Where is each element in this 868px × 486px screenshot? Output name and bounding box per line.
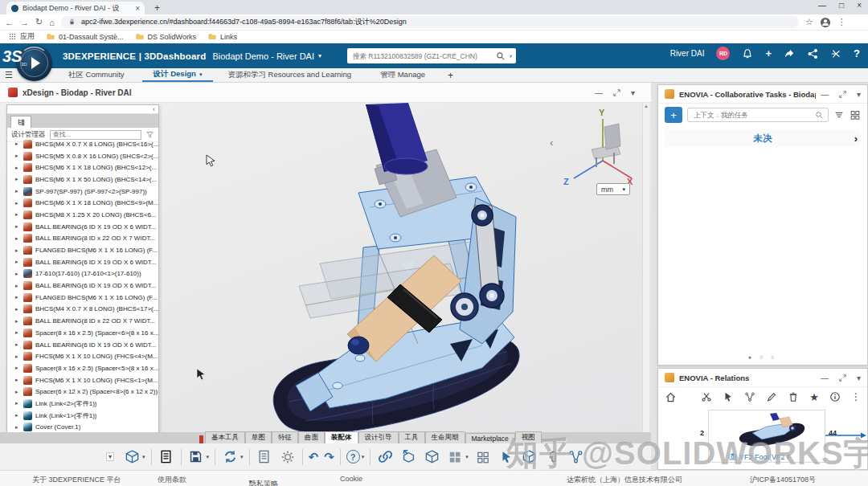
expand-arrow-icon[interactable]: ▸ [15,377,20,383]
widget-menu-caret-icon[interactable]: ▾ [857,90,861,99]
home-icon[interactable]: ⌂ [49,18,55,27]
window-close-button[interactable]: × [857,1,862,10]
expand-arrow-icon[interactable]: ▸ [15,412,20,419]
ribbon-tab[interactable]: 草图 [245,431,272,443]
help-caret-icon[interactable]: ▾ [362,454,365,460]
cookie-link[interactable]: Cookie [340,475,362,483]
open-icon[interactable] [158,448,175,466]
save-icon[interactable] [187,448,205,466]
tree-row[interactable]: ▸ BHCS(M6 X 1 X 50 LONG) (BHCS<14>(... [7,174,158,186]
tree-row[interactable]: ▸ BALL BEARING(6 ID X 19 OD X 6 WIDT... [7,256,158,268]
widget-minimize-icon[interactable]: — [595,88,603,97]
tree-row[interactable]: ▸ FLANGED BHCS(M6 X 1 X 16 LONG) (F... [7,244,158,256]
pattern-icon[interactable] [446,448,464,466]
tree-row[interactable]: ▸ BALL BEARING(6 ID X 19 OD X 6 WIDT... [7,339,158,351]
sidebar-menu-icon[interactable]: ☰ [5,70,13,80]
mate-link-icon[interactable] [376,448,394,466]
expand-arrow-icon[interactable]: ▸ [15,176,20,182]
tree-tab[interactable] [10,116,31,128]
widget-maximize-icon[interactable] [838,374,847,382]
share-arrow-icon[interactable] [784,48,795,59]
select-pointer-icon[interactable] [723,391,734,402]
settings-gear-icon[interactable] [279,448,297,466]
dashboard-title[interactable]: Biodapt Demo - River DAI [212,51,314,61]
forward-icon[interactable]: → [20,18,29,27]
platform-search[interactable]: ▾ [347,48,516,63]
new-component-icon[interactable] [423,448,440,466]
manage-views-icon[interactable] [256,448,273,466]
reload-icon[interactable]: ↻ [35,17,43,27]
window-restore-button[interactable]: □ [839,1,844,10]
expand-arrow-icon[interactable]: ▸ [15,235,20,242]
tree-row[interactable]: ▸ BALL BEARING(6 ID X 19 OD X 6 WIDT... [7,221,158,233]
address-bar[interactable]: apc2-ifwe.3dexperience.cn/#dashboard:f44… [61,16,799,28]
page-dots[interactable]: ● ○ ○ [658,354,867,360]
help-toolbar-icon[interactable]: ? [346,450,360,464]
notifications-bell-icon[interactable] [742,48,753,59]
disconnect-nodes-icon[interactable] [744,391,755,402]
expand-arrow-icon[interactable]: ▸ [15,165,20,171]
insert-component-icon[interactable] [399,448,417,466]
tag-icon[interactable] [502,48,514,59]
widget-minimize-icon[interactable]: — [821,374,829,382]
tree-row[interactable]: ▸ Spacer(6 x 12 x 2) (Spacer<8>(6 x 12 x… [7,386,158,398]
add-task-button[interactable]: + [665,107,682,123]
info-icon[interactable] [829,391,841,402]
share-network-icon[interactable] [807,48,818,59]
next-column-icon[interactable]: › [854,133,858,145]
task-context-search[interactable] [687,108,829,122]
user-avatar[interactable]: RD [716,47,730,60]
browser-tab[interactable]: Biodapt Demo - River DAI - 设 × [6,2,145,14]
3ds-play-icon[interactable] [830,48,841,59]
toolbar-collapse-icon[interactable]: ▾ [106,452,114,461]
new-tab-button[interactable]: + [154,2,160,14]
dashboard-tab[interactable]: 资源和学习 Resources and Learning [216,68,366,82]
delete-trash-icon[interactable] [788,391,799,402]
ribbon-tab[interactable]: 特征 [272,431,298,443]
widget-minimize-icon[interactable]: — [821,90,829,99]
expand-arrow-icon[interactable]: ▸ [15,188,20,194]
profile-avatar-icon[interactable] [820,17,831,28]
browser-menu-icon[interactable]: ⋮ [837,17,846,27]
expand-arrow-icon[interactable]: ▸ [15,141,20,147]
expand-arrow-icon[interactable]: ▸ [15,259,20,265]
tree-row[interactable]: ▸ 17-610(17-610) (17-610<1>(17-610)) [7,268,158,280]
expand-arrow-icon[interactable]: ▸ [15,153,20,159]
dashboard-tab[interactable]: 设计 Design▾ [142,68,214,82]
widget-maximize-icon[interactable] [612,88,621,97]
bookmark-folder-dassault[interactable]: 01-Dassault Systè... [46,32,124,41]
tree-row[interactable]: ▸ BHCS(M4 X 0.7 X 8 LONG) (BHCS<16>(... [7,138,158,150]
dashboard-caret-icon[interactable]: ▾ [318,52,321,59]
favorite-star-icon[interactable]: ★ [809,391,819,403]
tree-row[interactable]: ▸ BALL BEARING(8 ID x 22 OD X 7 WIDT... [7,233,158,245]
tree-row[interactable]: ▸ BHCS(M6 X 1 X 18 LONG) (BHCS<12>(... [7,161,158,174]
home-icon[interactable] [665,391,677,403]
ribbon-tab[interactable]: 基本工具 [205,431,245,443]
apps-shortcut[interactable]: 应用 [8,31,35,42]
ribbon-tab[interactable]: 工具 [399,431,425,443]
redo-icon[interactable]: ↷ [324,450,334,464]
linear-pattern-icon[interactable] [474,448,492,466]
new-design-caret-icon[interactable]: ▾ [142,454,145,460]
ribbon-tab[interactable]: 设计引导 [358,431,399,443]
board-view-icon[interactable] [850,109,861,120]
platform-search-input[interactable] [351,51,493,61]
tree-row[interactable]: ▸ BALL BEARING(6 ID X 19 OD X 6 WIDT... [7,280,158,292]
sync-icon[interactable] [221,448,239,466]
expand-arrow-icon[interactable]: ▸ [15,318,20,325]
sort-filter-icon[interactable] [833,109,845,120]
units-dropdown[interactable]: mm ▾ [596,183,630,195]
tree-row[interactable]: ▸ BALL BEARING(8 ID x 22 OD X 7 WIDT... [7,315,158,327]
tree-row[interactable]: ▸ Link (Link<1>(零件1)) [7,410,158,422]
undo-icon[interactable]: ↶ [309,450,319,464]
tree-row[interactable]: ▸ Cover (Cover.1) [7,422,158,434]
pattern-caret-icon[interactable]: ▾ [465,454,469,460]
dashboard-tab[interactable]: 社区 Community [57,68,139,82]
scroll-up-icon[interactable]: ▴ [645,103,648,108]
bookmark-star-icon[interactable]: ☆ [805,17,813,27]
expand-arrow-icon[interactable]: ▸ [15,400,20,406]
expand-arrow-icon[interactable]: ▸ [15,200,20,206]
back-icon[interactable]: ← [5,18,14,27]
expand-arrow-icon[interactable]: ▸ [15,424,20,431]
task-search-input[interactable] [692,110,812,120]
